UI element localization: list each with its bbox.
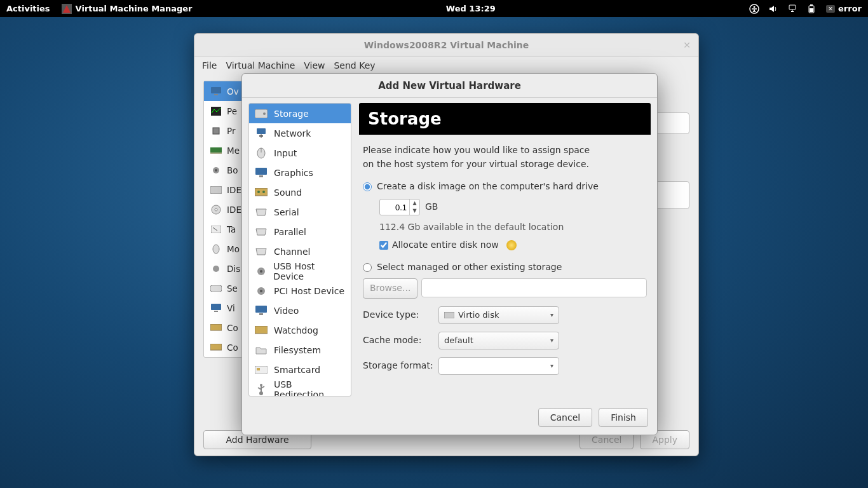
parallel-port-icon [255, 226, 268, 238]
serial-icon [210, 283, 222, 294]
device-type-label: Device type: [363, 308, 436, 322]
activities-button[interactable]: Activities [6, 4, 50, 13]
disk-size-input[interactable] [380, 203, 409, 212]
svg-point-46 [260, 290, 262, 292]
svg-rect-30 [210, 344, 222, 350]
svg-rect-16 [210, 152, 222, 154]
battery-icon[interactable] [806, 4, 817, 14]
cat-storage[interactable]: Storage [249, 104, 351, 123]
monitor-icon [210, 86, 222, 97]
svg-point-44 [260, 270, 262, 273]
spinner-up-icon[interactable]: ▲ [410, 200, 419, 207]
dialog-title: Add New Virtual Hardware [242, 74, 657, 98]
cat-watchdog[interactable]: Watchdog [249, 320, 351, 340]
browse-button[interactable]: Browse... [363, 278, 417, 299]
disk-icon [444, 312, 454, 318]
svg-point-54 [260, 384, 262, 386]
svg-rect-14 [213, 128, 219, 134]
menu-send-key[interactable]: Send Key [334, 60, 375, 71]
svg-rect-40 [255, 188, 268, 196]
svg-rect-49 [255, 326, 268, 334]
svg-rect-19 [210, 186, 222, 194]
cat-smartcard[interactable]: Smartcard [249, 360, 351, 379]
cat-pci-host[interactable]: PCI Host Device [249, 281, 351, 301]
usb-icon [255, 383, 268, 396]
svg-rect-57 [444, 312, 454, 318]
allocate-label: Allocate entire disk now [392, 238, 499, 252]
memory-icon [210, 145, 222, 156]
clock[interactable]: Wed 13:29 [193, 4, 750, 13]
gear-icon [210, 263, 222, 274]
cache-mode-combo[interactable]: default ▾ [438, 332, 559, 349]
dialog-finish-button[interactable]: Finish [599, 408, 648, 427]
folder-icon [255, 344, 268, 356]
network-icon [255, 127, 268, 140]
radio-create-disk[interactable] [363, 182, 372, 191]
disk-icon [255, 107, 268, 120]
svg-rect-11 [211, 87, 221, 93]
disk-icon [210, 184, 222, 196]
monitor-icon [210, 302, 222, 314]
radio-managed-storage[interactable] [363, 263, 372, 272]
svg-rect-4 [791, 11, 794, 12]
svg-point-24 [213, 245, 219, 254]
menu-file[interactable]: File [202, 60, 217, 71]
error-indicator[interactable]: ✕ error [825, 4, 862, 14]
app-menu[interactable]: Virtual Machine Manager [62, 4, 193, 14]
svg-point-32 [263, 112, 266, 115]
dialog-cancel-button[interactable]: Cancel [538, 408, 592, 427]
svg-rect-28 [214, 311, 218, 312]
svg-rect-26 [210, 285, 222, 292]
panel-heading: Storage [359, 103, 651, 135]
menu-view[interactable]: View [304, 60, 325, 71]
cat-parallel[interactable]: Parallel [249, 222, 351, 241]
svg-rect-12 [214, 94, 218, 95]
spinner-down-icon[interactable]: ▼ [410, 207, 419, 215]
mouse-icon [255, 147, 268, 159]
cat-filesystem[interactable]: Filesystem [249, 340, 351, 360]
storage-path-field[interactable] [421, 278, 647, 297]
cat-channel[interactable]: Channel [249, 241, 351, 261]
cache-mode-label: Cache mode: [363, 334, 436, 348]
svg-rect-33 [257, 128, 266, 134]
intro-line-2: on the host system for your virtual stor… [363, 158, 647, 172]
tablet-icon [210, 224, 222, 235]
cat-network[interactable]: Network [249, 123, 351, 143]
size-unit-label: GB [425, 200, 438, 214]
svg-rect-29 [210, 324, 222, 330]
radio-create-disk-label: Create a disk image on the computer's ha… [377, 180, 599, 194]
allocate-checkbox[interactable] [379, 241, 388, 250]
monitor-icon [255, 304, 268, 317]
volume-icon[interactable] [768, 4, 778, 14]
svg-rect-39 [259, 175, 263, 177]
sound-card-icon [255, 186, 268, 199]
radio-managed-label: Select managed or other existing storage [377, 261, 562, 274]
cat-input[interactable]: Input [249, 143, 351, 163]
svg-point-2 [754, 6, 756, 8]
cat-sound[interactable]: Sound [249, 182, 351, 202]
svg-text:✕: ✕ [828, 6, 833, 12]
storage-format-label: Storage format: [363, 359, 436, 373]
cpu-icon [210, 125, 222, 137]
serial-port-icon [255, 206, 268, 219]
menu-virtual-machine[interactable]: Virtual Machine [226, 60, 295, 71]
cat-video[interactable]: Video [249, 301, 351, 320]
close-icon[interactable]: ✕ [683, 40, 691, 50]
chevron-down-icon: ▾ [550, 310, 553, 320]
svg-rect-7 [810, 4, 813, 6]
network-icon[interactable] [787, 4, 797, 14]
vm-menubar: File Virtual Machine View Send Key [194, 57, 698, 74]
cat-usb-host[interactable]: USB Host Device [249, 261, 351, 281]
cat-serial[interactable]: Serial [249, 202, 351, 222]
disk-size-spinner[interactable]: ▲▼ [379, 199, 420, 215]
vm-window-title: Windows2008R2 Virtual Machine [364, 40, 529, 50]
cat-graphics[interactable]: Graphics [249, 163, 351, 182]
device-type-combo[interactable]: Virtio disk ▾ [438, 306, 559, 324]
cat-usb-redir[interactable]: USB Redirection [249, 379, 351, 396]
cdrom-icon [210, 204, 222, 215]
storage-format-combo[interactable]: ▾ [438, 357, 559, 375]
accessibility-icon[interactable] [749, 4, 759, 14]
hardware-category-list[interactable]: Storage Network Input Graphics Sound Ser… [248, 103, 351, 396]
svg-rect-3 [789, 5, 796, 10]
svg-rect-47 [255, 306, 267, 313]
